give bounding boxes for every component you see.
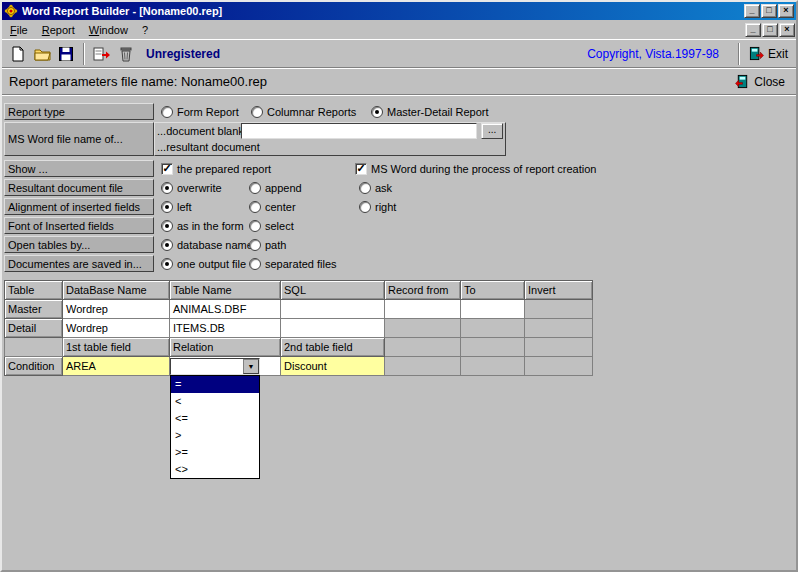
radio-ask[interactable]: ask (359, 182, 392, 194)
mdi-close-button[interactable]: × (779, 23, 795, 37)
mdi-window-buttons: _ □ × (744, 23, 795, 37)
close-panel-button[interactable]: Close (731, 73, 789, 90)
delete-button[interactable] (114, 42, 138, 66)
detail-database-cell[interactable]: Wordrep (63, 319, 170, 338)
grid-header-to: To (461, 281, 525, 300)
open-report-button[interactable] (30, 42, 54, 66)
master-row-label: Master (5, 300, 63, 319)
radio-icon (161, 220, 173, 232)
msword-filename-label: MS Word file name of... (4, 122, 154, 156)
condition-header-empty-cell (5, 338, 63, 357)
grid-header-table-name: Table Name (170, 281, 281, 300)
condition-field2-cell[interactable]: Discount (281, 357, 385, 376)
radio-icon (251, 106, 263, 118)
master-to-cell[interactable] (461, 300, 525, 319)
document-blank-label: ...document blank (157, 125, 237, 137)
radio-one-output-file[interactable]: one output file (161, 258, 249, 270)
radio-as-in-form[interactable]: as in the form (161, 220, 249, 232)
dropdown-item-greater-than[interactable]: > (171, 427, 259, 444)
save-report-button[interactable] (54, 42, 78, 66)
dropdown-item-less-than[interactable]: < (171, 393, 259, 410)
report-to-word-icon (93, 46, 111, 62)
radio-append[interactable]: append (249, 182, 359, 194)
master-sql-cell[interactable] (281, 300, 385, 319)
documents-saved-row: Documentes are saved in... one output fi… (4, 255, 794, 272)
relation-header: Relation (170, 338, 281, 357)
params-bar: Report parameters file name: Noname00.re… (2, 68, 796, 95)
radio-form-report[interactable]: Form Report (161, 106, 251, 118)
alignment-row: Alignment of inserted fields left center… (4, 198, 794, 215)
dropdown-item-less-equal[interactable]: <= (171, 410, 259, 427)
radio-icon (371, 106, 383, 118)
radio-right[interactable]: right (359, 201, 396, 213)
radio-columnar-reports[interactable]: Columnar Reports (251, 106, 371, 118)
detail-to-cell (461, 319, 525, 338)
menu-report[interactable]: Report (35, 22, 82, 38)
build-report-button[interactable] (90, 42, 114, 66)
titlebar: Word Report Builder - [Noname00.rep] _ □… (2, 2, 796, 20)
radio-center[interactable]: center (249, 201, 359, 213)
msword-filename-row: MS Word file name of... ...document blan… (4, 122, 794, 156)
radio-database-name[interactable]: database name (161, 239, 249, 251)
menu-file[interactable]: File (3, 22, 35, 38)
new-document-icon (10, 46, 26, 62)
browse-button[interactable]: ... (481, 123, 503, 139)
document-blank-input[interactable] (241, 123, 477, 139)
master-database-cell[interactable]: Wordrep (63, 300, 170, 319)
msword-filename-panel: ...document blank ... ...resultant docum… (154, 122, 506, 156)
radio-select-font[interactable]: select (249, 220, 294, 232)
radio-icon (359, 182, 371, 194)
resultant-file-label: Resultant document file (4, 179, 154, 196)
exit-button[interactable]: Exit (745, 45, 792, 62)
detail-record-from-cell (385, 319, 461, 338)
radio-left[interactable]: left (161, 201, 249, 213)
radio-overwrite[interactable]: overwrite (161, 182, 249, 194)
new-report-button[interactable] (6, 42, 30, 66)
grid-header-row: Table DataBase Name Table Name SQL Recor… (5, 281, 593, 300)
menu-help[interactable]: ? (135, 22, 155, 38)
report-type-label: Report type (4, 103, 154, 120)
checkbox-msword-during-creation[interactable]: MS Word during the process of report cre… (355, 163, 596, 175)
master-record-from-cell[interactable] (385, 300, 461, 319)
second-table-field-header: 2nd table field (281, 338, 385, 357)
dropdown-item-not-equal[interactable]: <> (171, 461, 259, 478)
detail-table-name-cell[interactable]: ITEMS.DB (170, 319, 281, 338)
radio-icon (161, 106, 173, 118)
exit-icon (749, 46, 764, 61)
mdi-minimize-button[interactable]: _ (745, 23, 761, 37)
grid-header-sql: SQL (281, 281, 385, 300)
maximize-button[interactable]: □ (761, 4, 777, 18)
checkbox-prepared-report[interactable]: the prepared report (161, 163, 355, 175)
radio-icon (161, 239, 173, 251)
params-file-name: Report parameters file name: Noname00.re… (9, 74, 267, 89)
close-button[interactable]: × (778, 4, 794, 18)
minimize-button[interactable]: _ (744, 4, 760, 18)
documents-saved-label: Documentes are saved in... (4, 255, 154, 272)
window-title: Word Report Builder - [Noname00.rep] (22, 5, 743, 17)
alignment-label: Alignment of inserted fields (4, 198, 154, 215)
chevron-down-icon[interactable]: ▼ (243, 359, 259, 374)
font-label: Font of Inserted fields (4, 217, 154, 234)
radio-icon (249, 258, 261, 270)
menu-window[interactable]: Window (82, 22, 135, 38)
trash-icon (118, 46, 134, 62)
relation-combobox[interactable]: ▼ (170, 358, 260, 375)
grid-row-condition: Condition AREA ▼ Discount (5, 357, 593, 376)
toolbar-separator-right (738, 43, 740, 65)
report-options-panel: Report type Form Report Columnar Reports… (2, 95, 796, 570)
copyright-text: Copyright, Vista.1997-98 (587, 47, 719, 61)
condition-field1-cell[interactable]: AREA (63, 357, 170, 376)
dropdown-item-equals[interactable]: = (171, 376, 259, 393)
radio-master-detail-report[interactable]: Master-Detail Report (371, 106, 488, 118)
radio-separated-files[interactable]: separated files (249, 258, 337, 270)
mdi-restore-button[interactable]: □ (762, 23, 778, 37)
exit-label: Exit (768, 47, 788, 61)
close-panel-label: Close (754, 75, 785, 89)
master-table-name-cell[interactable]: ANIMALS.DBF (170, 300, 281, 319)
detail-sql-cell[interactable] (281, 319, 385, 338)
radio-path[interactable]: path (249, 239, 286, 251)
first-table-field-header: 1st table field (63, 338, 170, 357)
condition-relation-cell: ▼ (170, 357, 281, 376)
dropdown-item-greater-equal[interactable]: >= (171, 444, 259, 461)
radio-icon (161, 258, 173, 270)
